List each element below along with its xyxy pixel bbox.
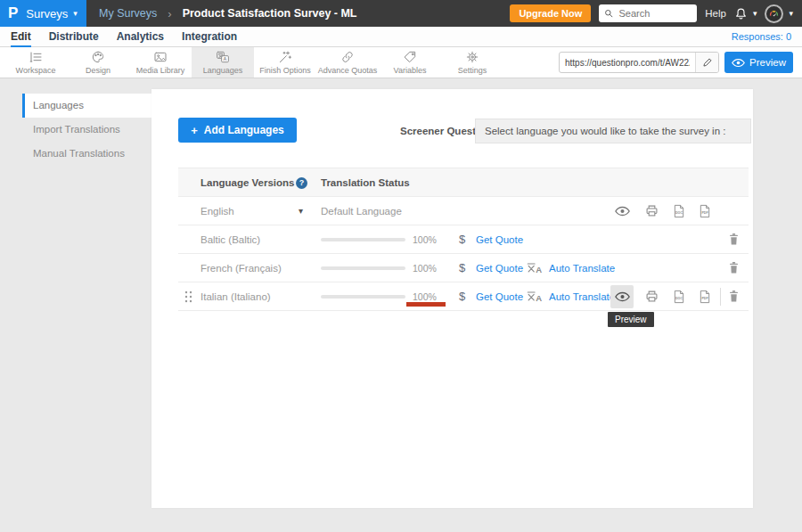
edit-url-button[interactable] — [695, 53, 718, 72]
delete-trash-icon[interactable] — [728, 233, 740, 246]
help-link[interactable]: Help — [705, 8, 726, 19]
annotation-underline — [406, 302, 446, 307]
plus-icon: + — [191, 124, 198, 137]
doc-export-icon[interactable]: DOC — [673, 290, 685, 304]
pdf-export-icon[interactable]: PDF — [699, 204, 711, 218]
drag-handle-icon[interactable] — [184, 291, 192, 303]
translate-icon: A — [216, 50, 230, 64]
add-languages-button[interactable]: + Add Languages — [178, 118, 297, 143]
svg-text:PDF: PDF — [701, 298, 708, 301]
eye-icon — [732, 58, 745, 68]
delete-trash-icon[interactable] — [728, 290, 740, 303]
language-name: Baltic (Baltic) — [200, 225, 260, 254]
svg-text:A: A — [536, 293, 542, 303]
default-language-label: Default Language — [321, 197, 402, 225]
column-header-language-versions: Language Versions — [200, 168, 294, 198]
chevron-down-icon: ▾ — [753, 9, 757, 18]
toolbar-item-design[interactable]: Design — [67, 47, 129, 78]
avatar — [765, 4, 783, 23]
toolbar-item-variables[interactable]: Variables — [379, 47, 441, 78]
tag-icon — [403, 50, 417, 64]
auto-translate-link[interactable]: Auto Translate — [549, 254, 615, 282]
bell-icon — [734, 7, 748, 20]
sidebar-item-languages[interactable]: Languages — [22, 94, 151, 118]
surveys-product-menu[interactable]: P Surveys ▾ — [0, 0, 86, 27]
column-header-translation-status: Translation Status — [321, 168, 410, 198]
auto-translate-icon[interactable]: A — [527, 262, 544, 274]
product-menu-label: Surveys — [26, 7, 68, 20]
get-quote-link[interactable]: Get Quote — [476, 254, 523, 282]
screener-question-select[interactable]: Select language you would like to take t… — [475, 119, 751, 143]
toolbar-item-workspace[interactable]: Workspace — [4, 47, 67, 78]
toolbar-item-finish-options[interactable]: Finish Options — [254, 47, 316, 78]
preview-tooltip: Preview — [608, 312, 654, 327]
notifications-menu[interactable]: ▾ — [734, 7, 757, 20]
preview-eye-icon[interactable] — [615, 291, 630, 302]
breadcrumb: My Surveys › Product Satisfaction Survey… — [99, 7, 357, 20]
search-input[interactable] — [617, 7, 692, 20]
translation-progress-bar — [321, 295, 405, 299]
dollar-icon[interactable]: $ — [459, 254, 465, 282]
tab-edit[interactable]: Edit — [11, 27, 31, 47]
get-quote-link[interactable]: Get Quote — [476, 282, 523, 311]
delete-trash-icon[interactable] — [728, 261, 740, 274]
pdf-export-icon[interactable]: PDF — [699, 290, 711, 304]
workspace-icon — [29, 50, 43, 64]
translation-progress-bar — [321, 238, 405, 241]
add-languages-label: Add Languages — [204, 124, 284, 136]
print-icon[interactable] — [645, 204, 659, 217]
breadcrumb-my-surveys[interactable]: My Surveys — [99, 7, 157, 20]
progress-percent: 100% — [413, 225, 437, 254]
svg-text:A: A — [224, 56, 227, 61]
preview-eye-icon[interactable] — [615, 206, 630, 217]
toolbar-item-languages[interactable]: A Languages — [192, 47, 254, 78]
dollar-icon[interactable]: $ — [459, 282, 465, 311]
language-name: English — [200, 197, 234, 225]
chevron-down-icon[interactable]: ▾ — [299, 197, 303, 225]
toolbar-item-advance-quotas[interactable]: Advance Quotas — [316, 47, 379, 78]
toolbar-item-media-library[interactable]: Media Library — [129, 47, 192, 78]
chevron-down-icon: ▾ — [73, 9, 78, 18]
sidebar-item-import-translations[interactable]: Import Translations — [22, 118, 151, 142]
svg-text:DOC: DOC — [675, 298, 683, 301]
global-search[interactable] — [599, 4, 697, 22]
translation-progress-bar — [321, 266, 405, 270]
print-icon[interactable] — [645, 290, 659, 303]
auto-translate-icon[interactable]: A — [527, 291, 544, 303]
svg-text:PDF: PDF — [701, 212, 708, 216]
progress-percent: 100% — [413, 282, 437, 311]
toolbar-item-settings[interactable]: Settings — [441, 47, 503, 78]
content-area: Languages Import Translations Manual Tra… — [0, 78, 802, 532]
questionpro-logo: P — [8, 4, 18, 22]
auto-translate-link[interactable]: Auto Translate — [549, 282, 615, 311]
responses-count[interactable]: Responses: 0 — [732, 31, 791, 42]
progress-percent: 100% — [413, 254, 437, 282]
get-quote-link[interactable]: Get Quote — [476, 225, 523, 254]
doc-export-icon[interactable]: DOC — [673, 204, 685, 218]
chevron-down-icon: ▾ — [789, 9, 793, 18]
sidebar-item-manual-translations[interactable]: Manual Translations — [22, 142, 151, 166]
language-versions-table: Language Versions ? Translation Status E… — [178, 168, 749, 311]
section-tabs: Edit Distribute Analytics Integration Re… — [0, 27, 802, 47]
image-icon — [153, 50, 168, 64]
table-header-row: Language Versions ? Translation Status — [178, 168, 749, 197]
survey-url-input[interactable] — [560, 58, 695, 68]
gauge-icon — [768, 8, 780, 20]
survey-title: Product Satisfaction Survey - ML — [183, 7, 357, 20]
edit-toolbar: Workspace Design Media Library A Languag… — [0, 47, 802, 78]
tab-analytics[interactable]: Analytics — [117, 27, 164, 47]
search-icon — [604, 8, 613, 19]
preview-button-label: Preview — [749, 57, 786, 68]
preview-button[interactable]: Preview — [724, 52, 793, 73]
survey-url-box — [559, 52, 719, 73]
tab-distribute[interactable]: Distribute — [49, 27, 99, 47]
table-row-baltic: Baltic (Baltic) 100% $ Get Quote — [178, 225, 749, 254]
tab-integration[interactable]: Integration — [182, 27, 237, 47]
dollar-icon[interactable]: $ — [459, 225, 465, 254]
table-row-italian: Italian (Italiano) 100% $ Get Quote A Au… — [178, 282, 749, 311]
account-menu[interactable]: ▾ — [765, 4, 793, 23]
language-name: Italian (Italiano) — [200, 282, 271, 311]
upgrade-now-button[interactable]: Upgrade Now — [510, 4, 591, 22]
help-question-icon[interactable]: ? — [296, 177, 307, 189]
palette-icon — [91, 50, 105, 64]
